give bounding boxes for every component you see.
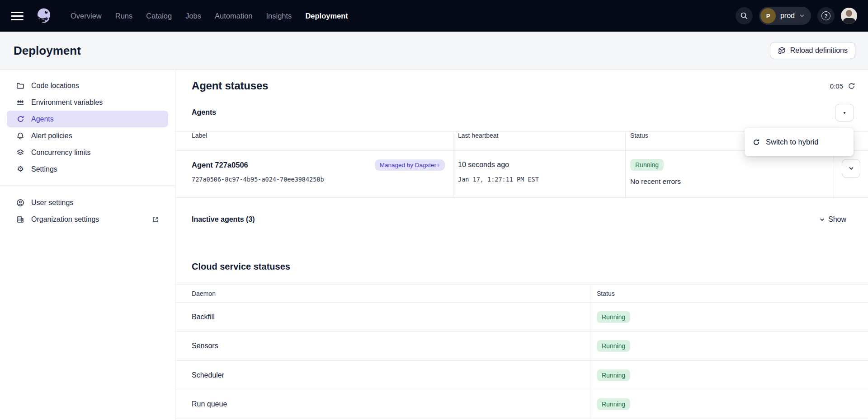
reload-definitions-button[interactable]: Reload definitions [770, 42, 855, 59]
agent-row-expand-button[interactable] [842, 159, 860, 178]
sidebar-item-user-settings[interactable]: User settings [7, 194, 168, 211]
sidebar-item-organization-settings[interactable]: Organization settings [7, 211, 168, 228]
managed-by-dagster-badge: Managed by Dagster+ [375, 159, 445, 171]
sidebar-item-label: Organization settings [31, 215, 99, 224]
hamburger-menu-icon[interactable] [11, 12, 24, 20]
sidebar-item-concurrency-limits[interactable]: Concurrency limits [7, 144, 168, 161]
cloud-services-table: Daemon Status Backfill Running Sensors R… [175, 285, 868, 419]
chevron-down-icon [848, 165, 854, 172]
column-header-daemon: Daemon [175, 285, 592, 302]
search-icon [740, 12, 748, 20]
daemon-status-badge: Running [597, 369, 630, 381]
sidebar-divider [0, 186, 175, 186]
page-header: Deployment Reload definitions [0, 32, 868, 70]
sync-icon [16, 115, 24, 123]
daemon-status-badge: Running [597, 311, 630, 323]
env-vars-icon [16, 98, 24, 107]
sidebar-item-environment-variables[interactable]: Environment variables [7, 94, 168, 111]
inactive-agents-show-toggle[interactable]: Show [819, 215, 846, 224]
agent-name: Agent 727a0506 [192, 161, 248, 169]
daemon-row-scheduler: Scheduler Running [175, 361, 868, 390]
user-avatar[interactable] [841, 8, 857, 24]
search-button[interactable] [736, 7, 753, 24]
nav-item-insights[interactable]: Insights [266, 12, 292, 20]
daemon-row-run-queue: Run queue Running [175, 390, 868, 420]
dagster-logo-icon[interactable] [33, 5, 54, 26]
sidebar-item-label: Agents [31, 115, 54, 123]
sidebar-item-label: Alert policies [31, 132, 72, 140]
daemon-status-badge: Running [597, 340, 630, 352]
inactive-agents-heading: Inactive agents (3) [192, 215, 255, 224]
help-icon: ? [821, 11, 830, 20]
building-icon [16, 215, 24, 224]
caret-down-icon: ▾ [843, 110, 845, 115]
daemon-status-badge: Running [597, 398, 630, 410]
reload-package-icon [778, 47, 786, 55]
layers-icon [16, 149, 24, 157]
chevron-down-icon [819, 217, 825, 223]
sync-icon [753, 139, 760, 146]
cloud-table-header: Daemon Status [175, 285, 868, 303]
agent-status-detail: No recent errors [630, 177, 834, 186]
daemon-name: Run queue [175, 390, 592, 419]
environment-label: prod [780, 12, 795, 20]
main-content: Agent statuses 0:05 Agents ▾ Label [175, 70, 868, 420]
refresh-icon[interactable] [848, 82, 855, 90]
sidebar-item-label: User settings [31, 199, 73, 207]
daemon-row-sensors: Sensors Running [175, 332, 868, 361]
agents-actions-menu: Switch to hybrid [745, 128, 854, 156]
gear-icon: ⚙ [16, 165, 24, 173]
sidebar-item-label: Code locations [31, 82, 79, 90]
agent-id: 727a0506-8c97-4b95-a024-70ee3984258b [192, 176, 445, 183]
nav-item-overview[interactable]: Overview [71, 12, 102, 20]
top-nav: Overview Runs Catalog Jobs Automation In… [0, 0, 868, 32]
refresh-countdown-value: 0:05 [830, 82, 843, 90]
nav-item-deployment[interactable]: Deployment [305, 12, 348, 20]
chevron-down-icon [799, 13, 805, 19]
daemon-name: Scheduler [175, 361, 592, 390]
heartbeat-relative: 10 seconds ago [458, 161, 509, 169]
cloud-service-statuses-heading: Cloud service statuses [192, 261, 868, 274]
nav-item-automation[interactable]: Automation [215, 12, 252, 20]
external-link-icon [152, 216, 159, 223]
reload-definitions-label: Reload definitions [790, 47, 848, 55]
refresh-countdown: 0:05 [830, 82, 855, 90]
help-button[interactable]: ? [817, 7, 835, 24]
sidebar-item-agents[interactable]: Agents [7, 111, 168, 127]
column-header-label: Label [175, 132, 453, 150]
column-header-heartbeat: Last heartbeat [453, 132, 626, 150]
nav-item-runs[interactable]: Runs [115, 12, 133, 20]
sidebar-item-code-locations[interactable]: Code locations [7, 77, 168, 94]
sidebar-item-label: Environment variables [31, 98, 103, 107]
nav-item-catalog[interactable]: Catalog [146, 12, 172, 20]
menu-item-switch-to-hybrid[interactable]: Switch to hybrid [766, 138, 818, 146]
nav-item-jobs[interactable]: Jobs [185, 12, 201, 20]
agent-row: Agent 727a0506 Managed by Dagster+ 727a0… [175, 151, 868, 198]
agents-subheading: Agents [192, 108, 216, 117]
agent-status-badge: Running [630, 159, 664, 171]
daemon-name: Sensors [175, 332, 592, 361]
daemon-row-backfill: Backfill Running [175, 303, 868, 332]
sidebar-item-alert-policies[interactable]: Alert policies [7, 127, 168, 144]
column-header-status: Status [592, 285, 868, 302]
deployment-sidebar: Code locations Environment variables Age… [0, 70, 175, 420]
folder-icon [16, 82, 24, 90]
environment-switcher[interactable]: P prod [759, 7, 811, 25]
bell-icon [16, 132, 24, 140]
sidebar-item-label: Concurrency limits [31, 149, 91, 157]
environment-avatar: P [760, 8, 776, 23]
page-title: Deployment [14, 44, 81, 58]
primary-nav: Overview Runs Catalog Jobs Automation In… [71, 12, 348, 20]
user-circle-icon [16, 199, 24, 207]
sidebar-item-label: Settings [31, 165, 57, 173]
show-label: Show [828, 215, 846, 224]
heartbeat-timestamp: Jan 17, 1:27:11 PM EST [458, 176, 625, 183]
agent-statuses-heading: Agent statuses [192, 79, 268, 92]
daemon-name: Backfill [175, 303, 592, 331]
sidebar-item-settings[interactable]: ⚙ Settings [7, 161, 168, 177]
agents-actions-dropdown-button[interactable]: ▾ [835, 104, 854, 121]
